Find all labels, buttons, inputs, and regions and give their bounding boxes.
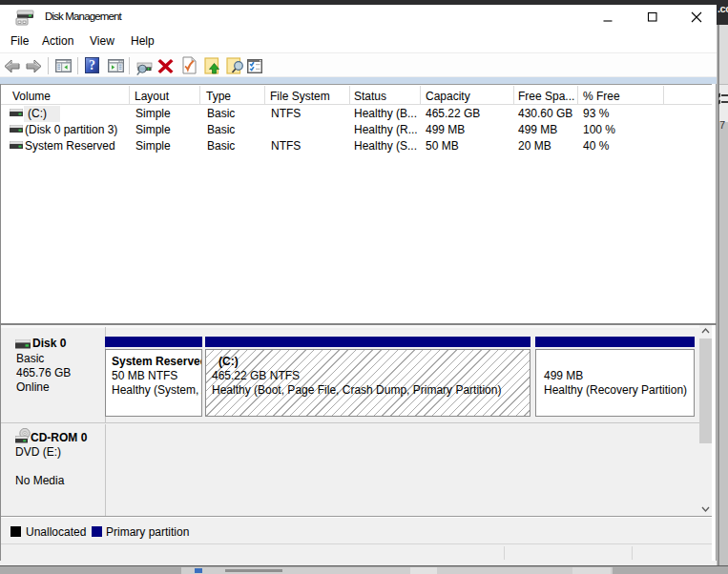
svg-text:?: ? [89, 58, 95, 72]
